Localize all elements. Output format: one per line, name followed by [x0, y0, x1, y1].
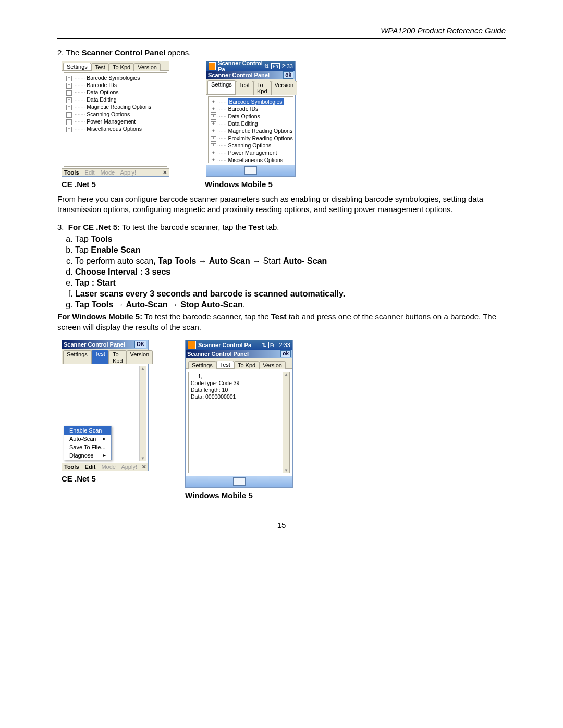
bottom-menu-bar: Tools Edit Mode Apply! ×: [62, 168, 169, 176]
tree-item[interactable]: +······ Power Management: [211, 149, 291, 156]
figure-row-2: Scanner Control Panel OK Settings Test T…: [62, 340, 506, 500]
submenu-arrow-icon: ▸: [103, 452, 106, 459]
scrollbar[interactable]: ▲▼: [283, 372, 289, 473]
submenu-arrow-icon: ▸: [103, 436, 106, 442]
substep-a: Tap Tools: [75, 235, 506, 244]
tree-view: +······ Barcode Symbologies +······ Barc…: [208, 96, 293, 163]
fn-indicator: Fn: [268, 342, 277, 348]
substep-b: Tap Enable Scan: [75, 245, 506, 255]
ok-button[interactable]: ok: [280, 350, 291, 357]
screenshot-wm-test: Scanner Control Pa ⇅Fn2:33 Scanner Contr…: [185, 340, 293, 488]
tab-test[interactable]: Test: [91, 63, 109, 71]
scrollbar[interactable]: ▲▼: [139, 366, 146, 461]
popup-enable-scan[interactable]: Enable Scan: [64, 426, 111, 435]
tabstrip: Settings Test To Kpd Version: [206, 79, 295, 95]
titlebar: Scanner Control Panel OK: [62, 340, 148, 349]
menu-tools[interactable]: Tools: [64, 169, 79, 176]
fn-indicator: Fn: [271, 63, 280, 69]
figure-row-1: Settings Test To Kpd Version +········ B…: [62, 61, 506, 177]
title-text: Scanner Control Panel: [208, 72, 270, 78]
tree-item[interactable]: +······ Magnetic Reading Options: [211, 127, 291, 134]
caption-ce-2: CE .Net 5: [62, 474, 149, 483]
popup-auto-scan[interactable]: Auto-Scan▸: [64, 435, 111, 443]
screenshot-ce-settings: Settings Test To Kpd Version +········ B…: [62, 61, 169, 177]
tabstrip: Settings Test To Kpd Version: [62, 349, 148, 364]
wm-status-bar: Scanner Control Pa ⇅Fn2:33: [186, 340, 292, 350]
menu-mode[interactable]: Mode: [101, 464, 116, 470]
paragraph-config: From here you can configure barcode scan…: [57, 194, 506, 215]
keyboard-icon[interactable]: [244, 166, 257, 175]
tree-item[interactable]: +········ Magnetic Reading Options: [66, 103, 165, 110]
signal-icon: ⇅: [264, 63, 269, 70]
tree-item[interactable]: +······ Barcode IDs: [211, 105, 291, 113]
tree-item[interactable]: +········ Data Options: [66, 89, 165, 96]
substep-f: Laser scans every 3 seconds and barcode …: [75, 289, 506, 299]
tree-item[interactable]: +······ Scanning Options: [211, 142, 291, 149]
close-icon[interactable]: ×: [142, 464, 146, 470]
tab-settings[interactable]: Settings: [188, 361, 216, 369]
start-flag-icon[interactable]: [188, 341, 196, 349]
result-line: --- 1, ---------------------------------…: [191, 373, 280, 380]
tab-test[interactable]: Test: [236, 81, 253, 95]
tab-version[interactable]: Version: [134, 63, 161, 71]
tabstrip: Settings Test To Kpd Version: [186, 358, 292, 369]
step-3-line: 3. For CE .Net 5: To test the barcode sc…: [57, 223, 506, 231]
clock: 2:33: [279, 342, 290, 348]
ok-button[interactable]: OK: [134, 341, 146, 348]
tree-item[interactable]: +······ Data Editing: [211, 120, 291, 127]
tab-version[interactable]: Version: [259, 361, 286, 369]
tree-item[interactable]: +········ Scanning Options: [66, 110, 165, 118]
close-icon[interactable]: ×: [163, 170, 167, 175]
tab-settings[interactable]: Settings: [63, 350, 91, 364]
tab-settings[interactable]: Settings: [63, 63, 91, 70]
tree-view: +········ Barcode Symbologies +········ …: [64, 72, 167, 167]
page-number: 15: [57, 521, 506, 529]
sip-bar: [206, 165, 295, 176]
tree-item[interactable]: +········ Barcode IDs: [66, 81, 165, 89]
header-rule: [57, 38, 506, 39]
tab-test[interactable]: Test: [91, 350, 109, 364]
tab-tokpd[interactable]: To Kpd: [109, 350, 127, 364]
menu-mode[interactable]: Mode: [101, 169, 115, 176]
title-text: Scanner Control Panel: [187, 351, 249, 357]
tab-settings[interactable]: Settings: [207, 80, 236, 94]
keyboard-icon[interactable]: [233, 477, 246, 486]
popup-diagnose[interactable]: Diagnose▸: [64, 451, 111, 460]
screenshot-ce-test: Scanner Control Panel OK Settings Test T…: [62, 340, 149, 471]
tree-item[interactable]: +········ Data Editing: [66, 96, 165, 103]
tab-test[interactable]: Test: [216, 361, 234, 368]
tab-version[interactable]: Version: [271, 81, 298, 95]
tree-item[interactable]: +······ Data Options: [211, 113, 291, 120]
start-flag-icon[interactable]: [209, 62, 216, 70]
result-line: Data: 0000000001: [191, 393, 280, 400]
wm-instructions: For Windows Mobile 5: To test the barcod…: [57, 312, 506, 333]
titlebar: Scanner Control Panel ok: [186, 350, 292, 358]
sip-bar: [186, 476, 292, 487]
tree-item[interactable]: +······ Proximity Reading Options: [211, 134, 291, 142]
scan-results: --- 1, ---------------------------------…: [189, 372, 283, 473]
caption-wm: Windows Mobile 5: [205, 180, 273, 189]
tab-tokpd[interactable]: To Kpd: [109, 63, 134, 71]
menu-apply[interactable]: Apply!: [120, 169, 137, 176]
signal-icon: ⇅: [262, 342, 266, 349]
tree-item[interactable]: +········ Power Management: [66, 118, 165, 125]
tab-version[interactable]: Version: [127, 350, 153, 364]
menu-apply[interactable]: Apply!: [121, 464, 137, 470]
tree-item[interactable]: +······ Barcode Symbologies: [211, 98, 291, 105]
menu-tools[interactable]: Tools: [64, 464, 79, 470]
wm-status-bar: Scanner Control Pa ⇅Fn2:33: [206, 61, 295, 71]
menu-edit[interactable]: Edit: [85, 169, 95, 176]
substep-g: Tap Tools → Auto-Scan → Stop Auto-Scan.: [75, 300, 506, 310]
menu-edit[interactable]: Edit: [85, 464, 96, 470]
ok-button[interactable]: ok: [283, 71, 293, 79]
tab-tokpd[interactable]: To Kpd: [253, 81, 271, 95]
bottom-menu-bar: Tools Edit Mode Apply! ×: [62, 463, 148, 471]
popup-save-to-file[interactable]: Save To File...: [64, 443, 111, 451]
result-line: Code type: Code 39: [191, 380, 280, 387]
tree-item[interactable]: +········ Miscellaneous Options: [66, 125, 165, 132]
substep-d: Choose Interval : 3 secs: [75, 267, 506, 277]
result-line: Data length: 10: [191, 387, 280, 393]
tree-item[interactable]: +········ Barcode Symbologies: [66, 74, 165, 81]
tree-item[interactable]: +······ Miscellaneous Options: [211, 156, 291, 163]
tab-tokpd[interactable]: To Kpd: [234, 361, 259, 369]
